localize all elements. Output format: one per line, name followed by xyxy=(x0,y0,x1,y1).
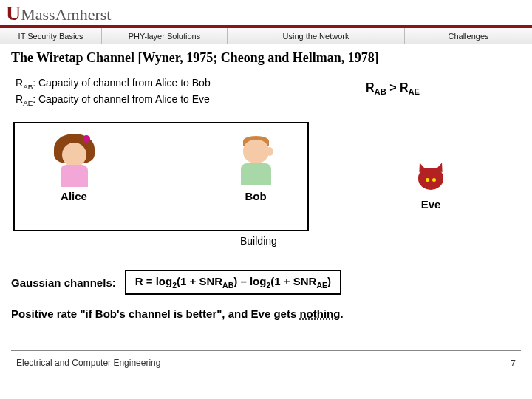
nav-challenges[interactable]: Challenges xyxy=(405,28,532,44)
umass-logo: UMassAmherst xyxy=(6,0,532,25)
nav-using-network[interactable]: Using the Network xyxy=(228,28,405,44)
nav-it-security[interactable]: IT Security Basics xyxy=(0,28,102,44)
building-box: Alice Bob xyxy=(13,122,309,231)
building-label: Building xyxy=(240,235,277,247)
gaussian-label: Gaussian channels: xyxy=(11,276,116,289)
eve-figure: Eve xyxy=(405,164,457,211)
eve-label: Eve xyxy=(405,198,457,211)
bob-label: Bob xyxy=(219,190,293,202)
alice-figure: Alice xyxy=(37,134,111,202)
capacity-definitions: RAB: Capacity of channel from Alice to B… xyxy=(16,76,521,108)
slide-title: The Wiretap Channel [Wyner, 1975; Cheong… xyxy=(11,50,521,66)
bob-icon xyxy=(232,134,280,187)
rate-formula: R = log2(1 + SNRAB) – log2(1 + SNRAE) xyxy=(125,270,341,295)
slide-content: The Wiretap Channel [Wyner, 1975; Cheong… xyxy=(0,44,532,121)
alice-label: Alice xyxy=(37,190,111,202)
nav-phy-layer[interactable]: PHY-layer Solutions xyxy=(102,28,228,44)
section-nav: IT Security Basics PHY-layer Solutions U… xyxy=(0,28,532,44)
def-rae: RAE: Capacity of channel from Alice to E… xyxy=(16,92,521,109)
slide-number: 7 xyxy=(511,358,516,369)
bob-figure: Bob xyxy=(219,134,293,202)
logo-amherst: Amherst xyxy=(55,5,112,24)
logo-mass: Mass xyxy=(21,5,55,24)
alice-icon xyxy=(50,134,98,187)
logo-u: U xyxy=(6,1,21,25)
footer-divider xyxy=(11,350,521,351)
eve-icon xyxy=(416,164,446,194)
footer-department: Electrical and Computer Engineering xyxy=(16,358,160,368)
rate-inequality: RAB > RAE xyxy=(366,81,420,96)
positive-rate-statement: Positive rate "if Bob's channel is bette… xyxy=(11,307,344,320)
gaussian-row: Gaussian channels: R = log2(1 + SNRAB) –… xyxy=(11,270,341,295)
slide-header: UMassAmherst xyxy=(0,0,532,28)
def-rab: RAB: Capacity of channel from Alice to B… xyxy=(16,76,521,92)
